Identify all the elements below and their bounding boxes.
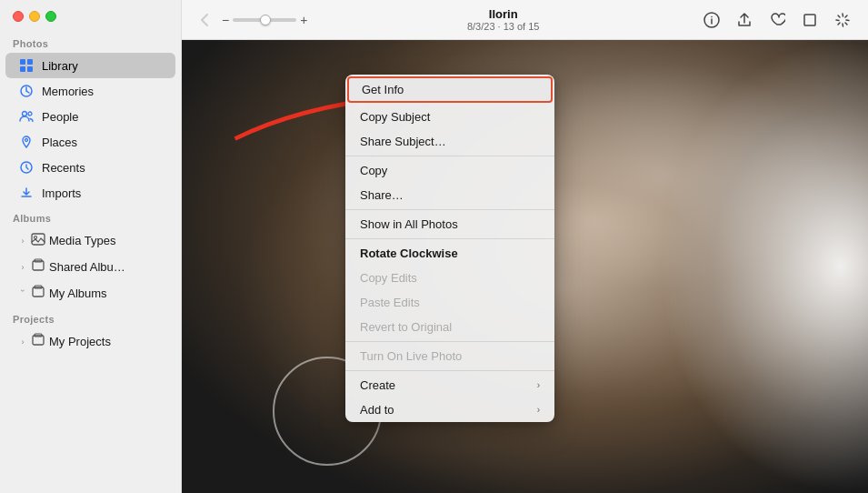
sidebar-item-people-label: People (42, 110, 78, 124)
menu-item-turn-on-live-photo-label: Turn On Live Photo (360, 349, 462, 363)
menu-item-get-info[interactable]: Get Info (347, 76, 553, 103)
shared-albums-icon (31, 258, 45, 276)
menu-item-copy-label: Copy (360, 164, 387, 177)
my-projects-icon (31, 333, 45, 350)
menu-item-turn-on-live-photo: Turn On Live Photo (345, 344, 554, 368)
sidebar-item-people[interactable]: People (5, 104, 175, 129)
menu-item-add-to[interactable]: Add to › (345, 397, 554, 422)
media-types-icon (31, 232, 45, 249)
toolbar-actions (699, 7, 855, 33)
sidebar-section-albums: Albums (0, 206, 181, 227)
menu-item-show-in-all-photos[interactable]: Show in All Photos (345, 212, 554, 236)
menu-item-share[interactable]: Share… (345, 183, 554, 207)
slider-thumb[interactable] (260, 15, 271, 25)
sidebar-item-memories-label: Memories (42, 85, 94, 98)
sidebar-item-imports-label: Imports (42, 186, 81, 200)
menu-item-show-in-all-photos-label: Show in All Photos (360, 217, 458, 231)
menu-item-copy-edits-label: Copy Edits (360, 271, 417, 285)
info-button[interactable] (699, 7, 724, 33)
toolbar-center: Ilorin 8/3/23 · 13 of 15 (314, 7, 692, 32)
enhance-button[interactable] (830, 7, 855, 33)
chevron-right-icon-2: › (18, 263, 27, 272)
menu-item-revert-to-original-label: Revert to Original (360, 320, 452, 334)
sidebar-item-shared-albums-label: Shared Albu… (49, 260, 125, 274)
svg-rect-0 (20, 59, 25, 65)
sidebar-item-media-types-label: Media Types (49, 234, 115, 247)
submenu-chevron-add-to: › (537, 405, 540, 415)
fullscreen-button[interactable] (45, 11, 56, 22)
menu-item-copy[interactable]: Copy (345, 158, 554, 183)
svg-point-10 (35, 236, 37, 239)
svg-rect-3 (27, 66, 33, 72)
menu-item-copy-subject-label: Copy Subject (360, 110, 430, 124)
menu-divider-1 (345, 156, 554, 156)
menu-divider-3 (345, 238, 554, 239)
sidebar-item-media-types[interactable]: › Media Types (5, 227, 175, 254)
menu-item-share-subject[interactable]: Share Subject… (345, 129, 554, 154)
chevron-right-icon-3: › (18, 337, 27, 347)
recents-icon (18, 159, 35, 176)
zoom-slider: − + (222, 13, 307, 27)
places-icon (18, 134, 35, 150)
menu-item-share-label: Share… (360, 188, 404, 202)
photo-area[interactable]: Get Info Copy Subject Share Subject… Cop… (182, 40, 868, 493)
menu-item-share-subject-label: Share Subject… (360, 135, 446, 148)
svg-point-5 (23, 112, 27, 116)
sidebar-section-photos: Photos (0, 31, 181, 53)
close-button[interactable] (13, 11, 24, 22)
photo-title: Ilorin (489, 7, 518, 21)
menu-item-copy-subject[interactable]: Copy Subject (345, 105, 554, 129)
menu-item-copy-edits: Copy Edits (345, 266, 554, 290)
nav-controls (195, 10, 215, 30)
imports-icon (18, 185, 35, 201)
sidebar-item-recents[interactable]: Recents (5, 155, 175, 180)
memories-icon (18, 83, 35, 99)
menu-item-create[interactable]: Create › (345, 373, 554, 397)
sidebar-item-library[interactable]: Library (5, 53, 175, 78)
zoom-in-button[interactable]: + (300, 13, 307, 27)
sidebar-item-places[interactable]: Places (5, 129, 175, 155)
sidebar-item-library-label: Library (42, 59, 78, 73)
sidebar-item-my-albums[interactable]: › My Albums (5, 280, 175, 307)
svg-rect-20 (804, 15, 815, 25)
window-controls (0, 0, 181, 31)
back-button[interactable] (195, 10, 215, 30)
menu-item-get-info-label: Get Info (362, 83, 404, 96)
menu-item-revert-to-original: Revert to Original (345, 315, 554, 339)
people-icon (18, 108, 35, 125)
svg-rect-2 (20, 66, 25, 72)
toolbar: − + Ilorin 8/3/23 · 13 of 15 (182, 0, 868, 40)
menu-item-create-label: Create (360, 378, 395, 392)
share-button[interactable] (732, 7, 757, 33)
zoom-out-button[interactable]: − (222, 13, 229, 27)
menu-divider-2 (345, 209, 554, 210)
sidebar-item-my-projects[interactable]: › My Projects (5, 328, 175, 355)
menu-item-add-to-label: Add to (360, 403, 394, 417)
menu-divider-5 (345, 370, 554, 371)
chevron-down-icon: › (18, 289, 27, 298)
sidebar-item-shared-albums[interactable]: › Shared Albu… (5, 254, 175, 280)
chevron-right-icon: › (18, 236, 27, 246)
slider-track[interactable] (233, 18, 296, 22)
svg-rect-9 (32, 234, 45, 245)
svg-point-6 (28, 112, 32, 116)
minimize-button[interactable] (29, 11, 40, 22)
menu-item-paste-edits: Paste Edits (345, 290, 554, 315)
sidebar-section-projects: Projects (0, 307, 181, 328)
main-content: − + Ilorin 8/3/23 · 13 of 15 (182, 0, 868, 493)
library-icon (18, 57, 35, 74)
sidebar-item-imports[interactable]: Imports (5, 180, 175, 206)
sidebar-item-my-albums-label: My Albums (49, 287, 107, 300)
sidebar-item-memories[interactable]: Memories (5, 78, 175, 104)
sidebar: Photos Library Memories (0, 0, 182, 493)
context-menu: Get Info Copy Subject Share Subject… Cop… (345, 75, 554, 422)
menu-divider-4 (345, 341, 554, 342)
menu-item-rotate-clockwise[interactable]: Rotate Clockwise (345, 241, 554, 266)
sidebar-item-recents-label: Recents (42, 161, 85, 175)
svg-point-7 (25, 139, 28, 142)
favorite-button[interactable] (764, 7, 790, 33)
crop-button[interactable] (797, 7, 823, 33)
svg-point-19 (711, 15, 713, 17)
svg-rect-1 (27, 59, 33, 65)
menu-item-rotate-clockwise-label: Rotate Clockwise (360, 246, 458, 260)
